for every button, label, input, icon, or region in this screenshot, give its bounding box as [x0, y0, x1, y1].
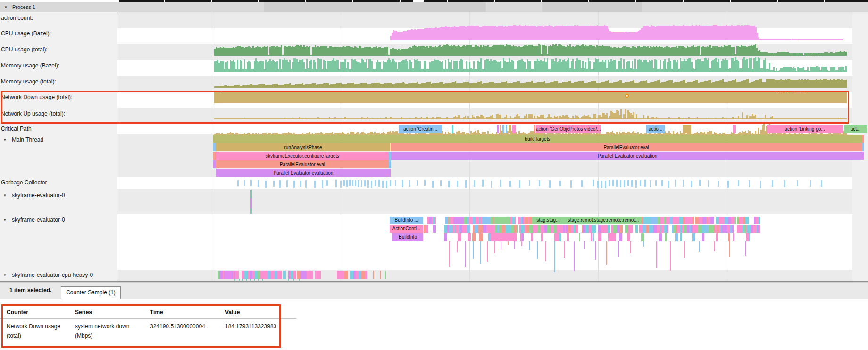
gc-tick[interactable]	[549, 180, 551, 188]
gc-tick[interactable]	[640, 180, 641, 186]
gc-tick[interactable]	[650, 180, 651, 187]
trace-slice[interactable]	[476, 217, 479, 224]
main-thread-slice[interactable]	[862, 143, 864, 151]
hanging-slice[interactable]	[699, 241, 700, 252]
trace-slice[interactable]	[576, 225, 578, 233]
evaluator-slice[interactable]	[494, 217, 509, 224]
evaluator-slice[interactable]	[491, 233, 517, 241]
trace-slice[interactable]	[339, 271, 342, 279]
gc-tick[interactable]	[509, 181, 511, 187]
trace-slice[interactable]	[517, 225, 518, 233]
trace-slice[interactable]	[350, 271, 353, 279]
trace-slice[interactable]	[728, 233, 730, 241]
trace-slice[interactable]	[591, 233, 592, 241]
gc-tick[interactable]	[286, 180, 288, 187]
hanging-slice[interactable]	[670, 241, 671, 271]
critical-path-slice[interactable]	[452, 125, 453, 133]
gc-tick[interactable]	[343, 180, 345, 186]
hanging-slice[interactable]	[449, 241, 450, 267]
trace-slice[interactable]	[701, 225, 705, 233]
trace-slice[interactable]	[613, 233, 616, 241]
gc-tick[interactable]	[273, 181, 275, 187]
evaluator-tick[interactable]	[380, 271, 381, 279]
gc-tick[interactable]	[624, 180, 625, 187]
main-thread-slice[interactable]: runAnalysisPhase	[216, 143, 390, 151]
hanging-slice[interactable]	[545, 241, 546, 261]
trace-slice[interactable]	[551, 225, 554, 233]
trace-slice[interactable]	[734, 217, 736, 224]
trace-slice[interactable]	[639, 225, 643, 233]
hanging-slice[interactable]	[656, 241, 657, 268]
gc-tick[interactable]	[265, 181, 267, 188]
network-up-usage-total--chart[interactable]	[214, 120, 847, 135]
trace-slice[interactable]	[643, 225, 646, 233]
collapse-arrow-icon[interactable]: ▾	[5, 5, 7, 9]
main-thread-slice[interactable]	[213, 152, 216, 160]
trace-slice[interactable]	[693, 233, 695, 241]
critical-path-slice[interactable]: action 'GenObjcProtos video/...	[536, 125, 601, 133]
gc-tick[interactable]	[465, 180, 467, 188]
gc-tick[interactable]	[305, 180, 307, 188]
trace-slice[interactable]	[468, 233, 471, 241]
trace-slice[interactable]	[598, 225, 601, 233]
trace-slice[interactable]	[654, 217, 658, 224]
critical-path-slice[interactable]	[500, 125, 501, 133]
trace-slice[interactable]	[733, 233, 734, 241]
trace-slice[interactable]	[716, 233, 718, 241]
trace-slice[interactable]	[521, 225, 525, 233]
trace-slice[interactable]	[749, 233, 751, 241]
gc-tick[interactable]	[322, 180, 323, 188]
gc-tick[interactable]	[250, 180, 252, 186]
trace-slice[interactable]	[702, 233, 704, 241]
gc-tick[interactable]	[355, 180, 356, 186]
trace-slice[interactable]	[753, 225, 756, 233]
trace-slice[interactable]	[559, 233, 561, 241]
timeline-canvas[interactable]: action 'Creatin...action 'GenObjcProtos …	[0, 12, 868, 281]
trace-slice[interactable]	[445, 217, 448, 224]
gc-tick[interactable]	[699, 180, 701, 186]
trace-slice[interactable]	[525, 217, 528, 224]
critical-path-slice[interactable]: act...	[844, 125, 867, 133]
gc-tick[interactable]	[616, 180, 618, 187]
gc-tick[interactable]	[293, 181, 295, 188]
gc-tick[interactable]	[424, 180, 426, 186]
gc-tick[interactable]	[448, 181, 450, 187]
gc-tick[interactable]	[635, 180, 637, 188]
gc-tick[interactable]	[675, 180, 676, 187]
trace-slice[interactable]	[235, 271, 239, 279]
gc-tick[interactable]	[300, 181, 301, 187]
gc-tick[interactable]	[279, 180, 281, 188]
hanging-slice[interactable]	[465, 241, 466, 267]
gc-tick[interactable]	[601, 181, 602, 188]
gc-tick[interactable]	[364, 180, 366, 186]
hanging-slice[interactable]	[487, 241, 488, 262]
cpu-usage-bazel--chart[interactable]	[214, 41, 847, 56]
gc-tick[interactable]	[810, 180, 811, 187]
trace-slice[interactable]	[747, 225, 751, 233]
hanging-slice[interactable]	[473, 241, 474, 259]
gc-tick[interactable]	[237, 180, 239, 186]
trace-slice[interactable]	[608, 233, 612, 241]
gc-tick[interactable]	[491, 181, 492, 188]
evaluator-slice[interactable]: BuildInfo ...	[390, 217, 423, 224]
gc-tick[interactable]	[718, 181, 719, 187]
trace-slice[interactable]	[620, 225, 623, 233]
critical-path-slice[interactable]	[683, 125, 691, 133]
trace-slice[interactable]	[653, 225, 657, 233]
gc-tick[interactable]	[570, 180, 572, 188]
hanging-slice[interactable]	[514, 241, 515, 249]
trace-slice[interactable]	[271, 271, 274, 279]
hanging-slice[interactable]	[480, 241, 481, 264]
trace-slice[interactable]	[635, 225, 638, 233]
trace-slice[interactable]	[479, 233, 483, 241]
gc-tick[interactable]	[597, 181, 599, 188]
gc-tick[interactable]	[738, 180, 739, 186]
gc-tick[interactable]	[390, 180, 391, 186]
main-thread-slice[interactable]	[213, 160, 216, 168]
critical-path-slice[interactable]	[733, 125, 736, 133]
trace-slice[interactable]	[613, 225, 617, 233]
gc-tick[interactable]	[358, 180, 359, 187]
trace-slice[interactable]	[514, 225, 517, 233]
trace-slice[interactable]	[300, 271, 304, 279]
trace-slice[interactable]	[262, 271, 266, 279]
